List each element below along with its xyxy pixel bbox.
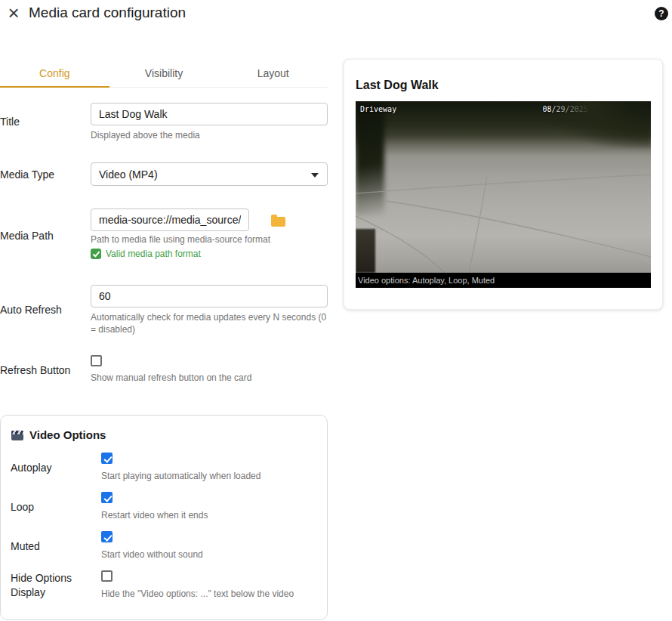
media-type-field-label: Media Type [0, 168, 54, 182]
hide-options-display-checkbox[interactable] [101, 570, 113, 582]
autoplay-field-label: Autoplay [11, 461, 51, 475]
help-icon[interactable]: ? [655, 7, 668, 20]
video-options-caption: Video options: Autoplay, Loop, Muted [356, 273, 651, 288]
folder-browse-icon[interactable] [271, 217, 285, 227]
hide-options-display-helper-text: Hide the "Video options: ..." text below… [101, 588, 325, 600]
check-icon [91, 249, 101, 259]
media-path-helper-text: Path to media file using media-source fo… [91, 233, 332, 246]
loop-field-label: Loop [11, 500, 34, 514]
video-preview[interactable]: Driveway 08/29/2025 14:59:54 FRI Video o… [356, 101, 651, 288]
driveway-seams-graphic [356, 101, 651, 273]
hide-options-display-field-label: Hide Options Display [11, 571, 95, 600]
autoplay-checkbox[interactable] [101, 453, 113, 464]
media-type-select[interactable]: Video (MP4) [91, 162, 328, 186]
muted-helper-text: Start video without sound [101, 548, 325, 561]
media-path-field-label: Media Path [0, 229, 54, 243]
close-icon[interactable]: × [2, 2, 25, 24]
tab-visibility[interactable]: Visibility [109, 59, 219, 87]
media-card-config-dialog: × Media card configuration ? Config Visi… [0, 0, 672, 621]
refresh-button-field-label: Refresh Button [0, 363, 70, 378]
valid-status-text: Valid media path format [106, 249, 201, 259]
muted-checkbox[interactable] [101, 531, 113, 542]
config-tabs: Config Visibility Layout [0, 59, 328, 88]
loop-checkbox[interactable] [101, 492, 113, 503]
refresh-button-helper-text: Show manual refresh button on the card [91, 372, 332, 384]
clapperboard-icon [11, 431, 23, 440]
muted-field-label: Muted [11, 539, 40, 554]
loop-helper-text: Restart video when it ends [101, 509, 325, 521]
title-helper-text: Displayed above the media [91, 129, 325, 141]
tab-config[interactable]: Config [0, 59, 109, 87]
preview-card-title: Last Dog Walk [356, 79, 439, 92]
video-options-section-title: Video Options [29, 428, 106, 441]
media-path-valid-status: Valid media path format [91, 249, 201, 259]
tab-layout[interactable]: Layout [218, 59, 328, 87]
auto-refresh-field-label: Auto Refresh [0, 303, 62, 317]
title-input[interactable] [91, 103, 328, 125]
camera-timestamp-overlay: 08/29/2025 14:59:54 FRI [543, 105, 647, 113]
chevron-down-icon [311, 173, 319, 178]
autoplay-helper-text: Start playing automatically when loaded [101, 470, 325, 482]
video-frame-graphic: Driveway 08/29/2025 14:59:54 FRI [356, 101, 651, 273]
title-field-label: Title [0, 115, 20, 129]
media-type-selected-value: Video (MP4) [99, 168, 158, 181]
auto-refresh-input[interactable] [91, 285, 328, 307]
refresh-button-checkbox[interactable] [91, 355, 102, 366]
camera-name-overlay: Driveway [360, 105, 396, 113]
dialog-header: × Media card configuration ? [0, 0, 672, 29]
auto-refresh-helper-text: Automatically check for media updates ev… [91, 311, 329, 335]
dialog-title: Media card configuration [29, 5, 186, 21]
media-path-input[interactable] [91, 209, 249, 231]
